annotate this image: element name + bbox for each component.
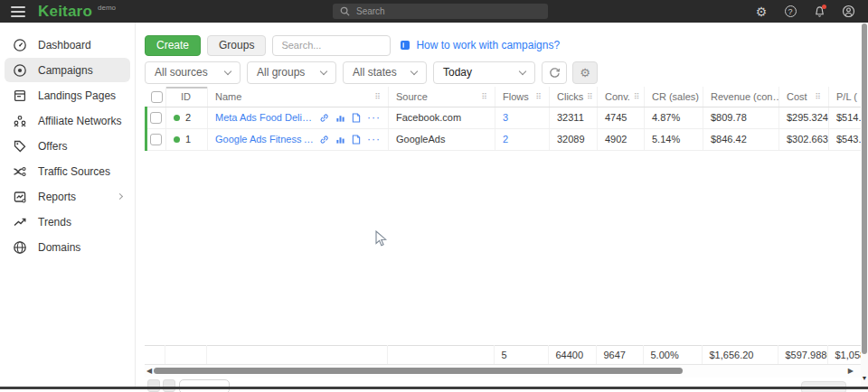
affiliate-people-icon [13,114,27,128]
groups-button[interactable]: Groups [207,35,266,56]
column-header-pl[interactable]: P/L ( [829,87,862,107]
sidebar-item-domains[interactable]: Domains [5,235,130,259]
sidebar: Dashboard Campaigns Landings Pages Affil… [0,23,136,387]
user-account-icon[interactable] [841,5,855,19]
landings-page-icon [13,89,27,103]
chevron-down-icon [320,67,327,74]
sidebar-item-trends[interactable]: Trends [5,210,130,234]
campaigns-table: ID Name⠿ Source⠿ Flows⠿ Clicks⠿ Conv.⠿ C… [145,87,861,365]
campaign-notes-icon[interactable] [352,113,361,123]
reports-chart-icon [13,190,27,204]
scroll-left-arrow-icon[interactable]: ◀ [146,367,152,376]
column-drag-handle-icon[interactable]: ⠿ [535,92,542,101]
vertical-scrollbar-thumb[interactable] [862,23,867,354]
pagination-strip [145,378,861,387]
pagination-button[interactable] [163,379,175,392]
source-cell: GoogleAds [389,128,495,150]
sidebar-item-landings-pages[interactable]: Landings Pages [5,83,130,107]
domains-globe-icon [13,240,27,255]
flows-link[interactable]: 3 [503,112,508,123]
column-drag-handle-icon[interactable]: ⠿ [374,92,381,101]
table-settings-button[interactable]: ⚙ [572,61,598,84]
notification-dot [822,5,826,9]
settings-gear-icon[interactable]: ⚙ [754,5,769,19]
column-drag-handle-icon[interactable]: ⠿ [587,92,593,101]
column-drag-handle-icon[interactable]: ⠿ [634,92,640,101]
campaign-link-icon[interactable] [319,113,329,123]
campaigns-toolbar: Create Groups How to work with campaigns… [145,34,861,56]
refresh-icon [549,67,561,79]
chevron-down-icon [519,67,526,74]
status-dot [174,136,180,143]
sidebar-item-reports[interactable]: Reports [5,184,130,209]
source-cell: Facebook.com [389,107,495,128]
hamburger-menu-icon[interactable] [11,4,25,20]
book-icon [400,40,410,51]
help-campaigns-link[interactable]: How to work with campaigns? [400,39,560,51]
search-icon [340,6,350,16]
column-header-id[interactable]: ID [166,87,208,107]
global-search[interactable] [333,4,548,19]
row-checkbox[interactable] [150,112,162,124]
column-header-conv[interactable]: Conv.⠿ [598,87,645,107]
column-header-cost[interactable]: Cost⠿ [779,87,829,107]
date-range-select[interactable]: Today [433,61,535,84]
column-drag-handle-icon[interactable]: ⠿ [481,92,487,101]
logo[interactable]: Keitaro [38,3,92,21]
row-more-actions-icon[interactable]: ··· [367,135,381,144]
states-filter-select[interactable]: All states [343,61,427,84]
row-checkbox[interactable] [150,134,162,145]
sidebar-item-affiliate-networks[interactable]: Affiliate Networks [5,108,130,133]
column-header-revenue[interactable]: Revenue (con…⠿ [703,87,779,107]
chevron-down-icon [224,67,231,74]
table-header-row: ID Name⠿ Source⠿ Flows⠿ Clicks⠿ Conv.⠿ C… [146,87,862,107]
vertical-scrollbar[interactable]: ▼ [861,23,868,387]
campaign-link-icon[interactable] [319,135,329,145]
campaign-name-link[interactable]: Google Ads Fitness App Split [215,134,314,145]
sidebar-item-offers[interactable]: Offers [5,134,130,158]
column-header-name[interactable]: Name⠿ [208,87,389,107]
flows-link[interactable]: 2 [503,134,508,145]
refresh-button[interactable] [542,61,567,84]
notifications-bell-icon[interactable] [812,5,826,19]
campaign-name-link[interactable]: Meta Ads Food Delivery Promo [215,112,314,123]
select-all-checkbox[interactable] [151,91,163,103]
column-header-flows[interactable]: Flows⠿ [495,87,550,107]
status-dot [174,115,180,121]
horizontal-scrollbar-thumb[interactable] [154,368,683,374]
sources-filter-select[interactable]: All sources [145,61,241,84]
scroll-right-arrow-icon[interactable]: ▶ [848,367,854,376]
global-search-input[interactable] [356,6,541,16]
row-more-actions-icon[interactable]: ··· [367,113,381,122]
filter-bar: All sources All groups All states Today … [145,61,861,84]
column-header-clicks[interactable]: Clicks⠿ [550,87,598,107]
create-button[interactable]: Create [145,35,201,56]
help-icon[interactable]: ? [783,5,797,19]
sidebar-item-campaigns[interactable]: Campaigns [5,58,130,82]
horizontal-scrollbar[interactable]: ◀ ▶ [145,365,861,378]
column-header-source[interactable]: Source⠿ [389,87,495,107]
keitaro-app: Keitaro demo ⚙ ? Dashboard [0,0,868,392]
offers-tag-icon [13,139,27,154]
scroll-down-arrow-icon[interactable]: ▼ [861,375,868,381]
pagination-button[interactable] [147,379,160,392]
dashboard-gauge-icon [13,38,27,52]
traffic-split-icon [13,164,27,179]
gear-icon: ⚙ [580,66,590,79]
groups-filter-select[interactable]: All groups [247,61,336,84]
column-drag-handle-icon[interactable]: ⠿ [815,92,821,101]
campaign-stats-icon[interactable] [335,113,345,123]
sidebar-item-traffic-sources[interactable]: Traffic Sources [5,159,130,183]
column-header-cr[interactable]: CR (sales)⠿ [645,87,703,107]
campaign-row: 2 Meta Ads Food Delivery Promo ··· [146,107,862,128]
campaigns-target-icon [13,63,27,78]
window-bottom-edge [0,387,868,389]
rows-per-page-select[interactable] [179,379,230,392]
sidebar-item-dashboard[interactable]: Dashboard [5,33,130,57]
campaign-search-input[interactable] [272,35,391,56]
chevron-down-icon [410,67,418,74]
campaign-notes-icon[interactable] [352,135,361,145]
campaign-stats-icon[interactable] [335,135,345,145]
campaign-row: 1 Google Ads Fitness App Split ··· [146,128,862,150]
totals-row: 5 64400 9647 5.00% $1,656.20 $597.9880 $… [145,345,861,365]
